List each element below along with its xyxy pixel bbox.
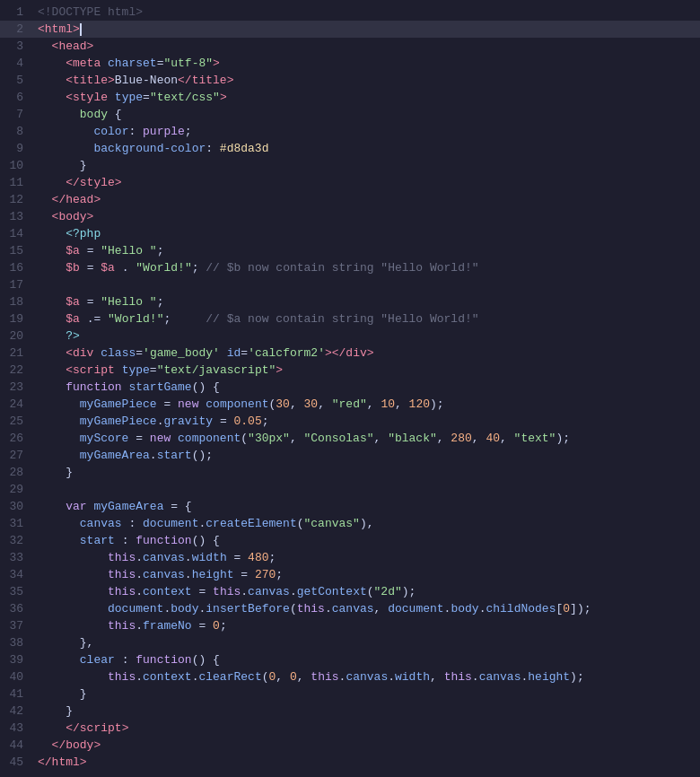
line-number: 20	[0, 327, 34, 345]
line-number: 2	[0, 21, 34, 38]
line-number: 34	[0, 566, 34, 583]
line-content: <title>Blue-Neon</title>	[34, 72, 700, 89]
line-content: color: purple;	[34, 123, 700, 140]
line-content: }	[34, 685, 700, 703]
line-content: this.context = this.canvas.getContext("2…	[34, 583, 700, 600]
code-line: 10 }	[0, 157, 700, 174]
line-content: document.body.insertBefore(this.canvas, …	[34, 600, 700, 617]
code-line: 19 $a .= "World!"; // $a now contain str…	[0, 310, 700, 327]
line-number: 21	[0, 345, 34, 362]
line-content: this.context.clearRect(0, 0, this.canvas…	[34, 668, 700, 685]
line-content: $b = $a . "World!"; // $b now contain st…	[34, 259, 700, 276]
code-line: 7 body {	[0, 106, 700, 123]
line-content: myGamePiece.gravity = 0.05;	[34, 413, 700, 430]
line-number: 43	[0, 720, 34, 737]
line-number: 37	[0, 617, 34, 634]
code-line: 28 }	[0, 464, 700, 481]
code-line: 21 <div class='game_body' id='calcform2'…	[0, 345, 700, 362]
code-line: 35 this.context = this.canvas.getContext…	[0, 583, 700, 600]
line-number: 19	[0, 310, 34, 327]
line-content: <?php	[34, 225, 700, 242]
line-content: <body>	[34, 208, 700, 225]
line-number: 26	[0, 430, 34, 447]
code-line: 41 }	[0, 685, 700, 703]
line-number: 33	[0, 549, 34, 566]
code-line: 6 <style type="text/css">	[0, 89, 700, 106]
line-number: 22	[0, 362, 34, 379]
line-number: 32	[0, 532, 34, 549]
line-content: myGamePiece = new component(30, 30, "red…	[34, 396, 700, 413]
line-content: </script>	[34, 720, 700, 737]
line-number: 15	[0, 242, 34, 259]
line-content: background-color: #d8da3d	[34, 140, 700, 157]
line-content: <!DOCTYPE html>	[34, 4, 700, 21]
code-line: 2<html>	[0, 21, 700, 38]
code-line: 43 </script>	[0, 720, 700, 737]
line-number: 12	[0, 191, 34, 208]
code-line: 27 myGameArea.start();	[0, 447, 700, 464]
line-content: </html>	[34, 754, 700, 771]
code-line: 22 <script type="text/javascript">	[0, 362, 700, 379]
line-number: 4	[0, 55, 34, 72]
code-line: 14 <?php	[0, 225, 700, 242]
line-number: 14	[0, 225, 34, 242]
line-number: 36	[0, 600, 34, 617]
line-number: 10	[0, 157, 34, 174]
code-line: 15 $a = "Hello ";	[0, 242, 700, 259]
code-line: 32 start : function() {	[0, 532, 700, 549]
code-line: 23 function startGame() {	[0, 379, 700, 396]
line-content: ?>	[34, 327, 700, 345]
code-line: 16 $b = $a . "World!"; // $b now contain…	[0, 259, 700, 276]
line-number: 35	[0, 583, 34, 600]
code-editor: 1<!DOCTYPE html>2<html>3 <head>4 <meta c…	[0, 0, 700, 777]
code-line: 4 <meta charset="utf-8">	[0, 55, 700, 72]
line-number: 31	[0, 515, 34, 532]
line-number: 8	[0, 123, 34, 140]
line-number: 23	[0, 379, 34, 396]
line-content: }	[34, 703, 700, 720]
code-line: 9 background-color: #d8da3d	[0, 140, 700, 157]
code-line: 45</html>	[0, 754, 700, 771]
code-line: 39 clear : function() {	[0, 651, 700, 668]
line-number: 28	[0, 464, 34, 481]
line-content: $a .= "World!"; // $a now contain string…	[34, 310, 700, 327]
line-number: 13	[0, 208, 34, 225]
line-number: 45	[0, 754, 34, 771]
code-line: 33 this.canvas.width = 480;	[0, 549, 700, 566]
code-line: 20 ?>	[0, 327, 700, 345]
code-line: 3 <head>	[0, 38, 700, 55]
code-line: 29	[0, 481, 700, 498]
code-line: 11 </style>	[0, 174, 700, 191]
line-content: <head>	[34, 38, 700, 55]
code-line: 17	[0, 276, 700, 293]
code-line: 8 color: purple;	[0, 123, 700, 140]
code-line: 18 $a = "Hello ";	[0, 293, 700, 310]
line-number: 6	[0, 89, 34, 106]
code-line: 1<!DOCTYPE html>	[0, 4, 700, 21]
line-content: var myGameArea = {	[34, 498, 700, 515]
code-line: 13 <body>	[0, 208, 700, 225]
code-line: 36 document.body.insertBefore(this.canva…	[0, 600, 700, 617]
line-number: 39	[0, 651, 34, 668]
line-number: 41	[0, 685, 34, 703]
line-number: 40	[0, 668, 34, 685]
line-content: this.canvas.height = 270;	[34, 566, 700, 583]
line-number: 27	[0, 447, 34, 464]
line-content: this.canvas.width = 480;	[34, 549, 700, 566]
line-content: myGameArea.start();	[34, 447, 700, 464]
line-number: 25	[0, 413, 34, 430]
line-content: <meta charset="utf-8">	[34, 55, 700, 72]
line-content: </style>	[34, 174, 700, 191]
line-content: }	[34, 464, 700, 481]
line-content: </body>	[34, 737, 700, 754]
line-number: 42	[0, 703, 34, 720]
line-content: },	[34, 634, 700, 651]
code-line: 5 <title>Blue-Neon</title>	[0, 72, 700, 89]
line-content: <div class='game_body' id='calcform2'></…	[34, 345, 700, 362]
line-content: clear : function() {	[34, 651, 700, 668]
line-number: 3	[0, 38, 34, 55]
code-line: 31 canvas : document.createElement("canv…	[0, 515, 700, 532]
line-number: 7	[0, 106, 34, 123]
line-content: <html>	[34, 21, 700, 38]
line-content: $a = "Hello ";	[34, 242, 700, 259]
